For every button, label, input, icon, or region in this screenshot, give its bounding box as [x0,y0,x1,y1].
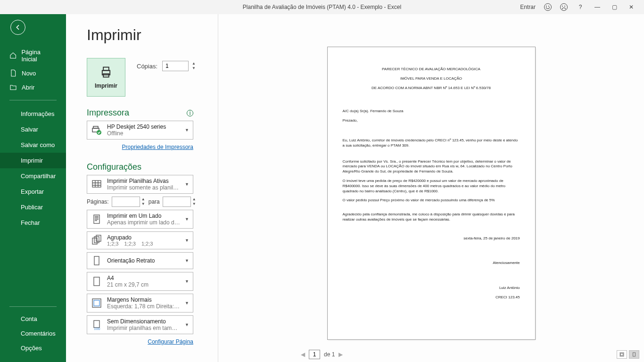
nav-options[interactable]: Opções [0,341,66,355]
nav-saveas[interactable]: Salvar como [0,137,66,153]
svg-rect-1 [103,67,109,71]
new-icon [9,69,17,77]
preview-page: PARECER TÉCNICO DE AVALIAÇÃO MERCADOLÓGI… [328,47,535,339]
printer-status: Offline [107,130,180,137]
nav-divider-bottom [9,306,57,307]
svg-rect-9 [94,237,99,243]
nav-close[interactable]: Fechar [0,215,66,230]
print-button-label: Imprimir [95,82,117,89]
nav-print[interactable]: Imprimir [0,153,66,168]
scaling-selector[interactable]: 100 Sem Dimensionamento Imprimir planilh… [87,315,193,334]
nav-export[interactable]: Exportar [0,184,66,199]
nav-home-label: Página Inicial [21,49,57,63]
page-title: Imprimir [87,26,218,44]
chevron-down-icon: ▼ [185,258,189,263]
sheets-icon [91,179,102,190]
printer-icon [99,66,113,79]
sign-in-link[interactable]: Entrar [520,4,536,10]
pages-to-down[interactable]: ▼ [192,202,197,206]
nav-home[interactable]: Página Inicial [0,45,66,66]
feedback-happy-icon[interactable] [544,3,552,11]
page-setup-link[interactable]: Configurar Página [148,338,193,345]
portrait-icon [91,255,102,266]
nav-comments[interactable]: Comentários [0,326,66,341]
show-margins-button[interactable] [617,350,627,359]
printer-section-title: Impressora [87,108,129,118]
nav-open[interactable]: Abrir [0,80,66,94]
minimize-button[interactable]: — [593,4,602,10]
preview-footer: ◀ de 1 ▶ [284,350,639,359]
close-button[interactable]: ✕ [627,4,636,10]
printer-properties-link[interactable]: Propriedades de Impressora [122,144,193,150]
page-icon [91,214,102,225]
orientation-selector[interactable]: Orientação Retrato ▼ [87,252,193,269]
svg-point-5 [97,130,101,135]
pages-from-up[interactable]: ▲ [141,197,146,202]
pages-from-input[interactable] [112,197,140,207]
print-button[interactable]: Imprimir [87,58,125,97]
prev-page-button[interactable]: ◀ [301,351,305,358]
backstage-sidebar: Página Inicial Novo Abrir Informações Sa… [0,14,66,362]
svg-rect-19 [633,353,636,356]
svg-rect-14 [94,300,99,306]
pages-to-up[interactable]: ▲ [192,197,197,202]
svg-rect-4 [93,126,98,128]
chevron-down-icon: ▼ [185,238,189,243]
svg-rect-11 [94,256,99,265]
pages-label: Páginas: [87,198,109,205]
chevron-down-icon: ▼ [185,279,189,284]
nav-new[interactable]: Novo [0,66,66,80]
pages-to-input[interactable] [163,197,191,207]
print-what-selector[interactable]: Imprimir Planilhas Ativas Imprimir somen… [87,175,193,194]
nav-open-label: Abrir [22,84,34,91]
svg-rect-12 [94,277,99,286]
collate-icon [91,235,102,246]
margins-icon [91,297,102,309]
chevron-down-icon: ▼ [185,217,189,222]
nav-publish[interactable]: Publicar [0,199,66,215]
feedback-sad-icon[interactable] [560,3,568,11]
print-preview-pane: PARECER TÉCNICO DE AVALIAÇÃO MERCADOLÓGI… [218,14,644,362]
copies-step-down[interactable]: ▼ [191,66,196,71]
nav-divider [9,100,57,100]
chevron-down-icon: ▼ [185,301,189,305]
svg-rect-2 [103,74,109,77]
chevron-down-icon: ▼ [185,182,189,187]
current-page-input[interactable] [309,350,320,359]
sides-selector[interactable]: Imprimir em Um Lado Apenas imprimir um l… [87,210,193,229]
copies-input[interactable] [162,61,189,71]
nav-info[interactable]: Informações [0,106,66,122]
chevron-down-icon: ▼ [185,128,189,132]
svg-text:100: 100 [94,327,100,330]
copies-step-up[interactable]: ▲ [191,61,196,66]
printer-info-icon[interactable]: i [187,110,193,116]
margins-selector[interactable]: Margens Normais Esquerda: 1,78 cm Direit… [87,294,193,313]
back-button[interactable] [10,20,25,35]
nav-account[interactable]: Conta [0,312,66,326]
print-settings-pane: Imprimir Imprimir Cópias: ▲ ▼ Impressora [66,14,218,362]
open-icon [9,83,17,91]
next-page-button[interactable]: ▶ [339,351,343,358]
copies-label: Cópias: [137,63,157,70]
pages-to-label: para [149,198,160,205]
chevron-down-icon: ▼ [185,322,189,327]
pages-from-down[interactable]: ▼ [141,202,146,206]
nav-save[interactable]: Salvar [0,122,66,137]
printer-name: HP Deskjet 2540 series [107,123,180,130]
nav-new-label: Novo [22,70,36,77]
titlebar: Planilha de Avaliação de Imóveis (PTAM) … [0,0,644,14]
help-button[interactable]: ? [576,4,585,10]
nav-share[interactable]: Compartilhar [0,168,66,184]
page-total-label: de 1 [324,351,335,358]
printer-status-icon [91,124,102,136]
svg-rect-6 [92,181,101,187]
zoom-to-page-button[interactable] [629,350,639,359]
paper-icon [91,276,102,287]
maximize-button[interactable]: ▢ [610,4,619,10]
paper-size-selector[interactable]: A4 21 cm x 29,7 cm ▼ [87,272,193,291]
window-title: Planilha de Avaliação de Imóveis (PTAM) … [243,4,401,10]
collation-selector[interactable]: Agrupado 1;2;3 1;2;3 1;2;3 ▼ [87,231,193,249]
printer-selector[interactable]: HP Deskjet 2540 series Offline ▼ [87,121,193,140]
scaling-icon: 100 [91,319,102,330]
settings-section-title: Configurações [87,162,141,172]
